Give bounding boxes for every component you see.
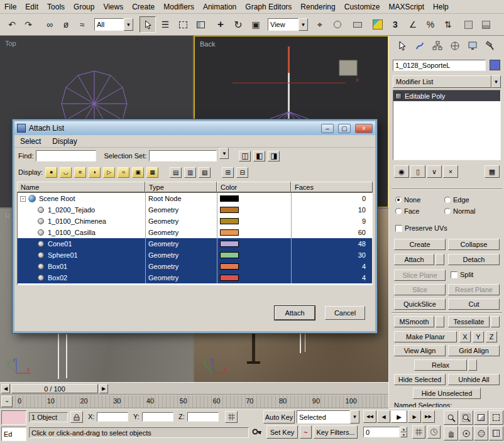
go-to-start-icon[interactable]: ◀◀ xyxy=(363,410,376,423)
undo-icon[interactable]: ↶ xyxy=(4,16,20,33)
menu-maxscript[interactable]: MAXScript xyxy=(384,1,429,13)
menu-group[interactable]: Group xyxy=(69,1,99,13)
find-input[interactable] xyxy=(36,150,96,161)
select-invert-button[interactable]: ◨ xyxy=(268,151,280,161)
y-coordinate-field[interactable] xyxy=(142,412,173,422)
snaps-toggle-icon[interactable] xyxy=(370,16,386,33)
viewport-label[interactable]: R xyxy=(5,212,10,220)
minimize-icon[interactable]: – xyxy=(321,124,334,133)
viewport-label[interactable]: Back xyxy=(200,40,215,48)
tab-display-icon[interactable] xyxy=(464,38,481,53)
chevron-down-icon[interactable]: ▼ xyxy=(219,148,229,159)
dialog-menu-display[interactable]: Display xyxy=(47,136,82,147)
set-key-button[interactable]: Set Key xyxy=(266,425,298,439)
select-and-rotate-icon[interactable]: ↻ xyxy=(230,16,246,33)
menu-help[interactable]: Help xyxy=(429,1,453,13)
current-frame-field[interactable]: 0 xyxy=(363,427,400,437)
view-align-button[interactable]: View Align xyxy=(394,345,446,356)
preserve-uvs-checkbox[interactable]: Preserve UVs xyxy=(395,224,447,232)
menu-graph-editors[interactable]: Graph Editors xyxy=(241,1,296,13)
reset-plane-button[interactable]: Reset Plane xyxy=(448,284,500,295)
tab-hierarchy-icon[interactable] xyxy=(429,38,446,53)
mirror-icon[interactable] xyxy=(460,16,476,33)
table-row-selected[interactable]: Sphere01 Geometry 30 xyxy=(18,249,372,261)
chevron-down-icon[interactable]: ▼ xyxy=(491,75,501,88)
spin-down-icon[interactable]: ▼ xyxy=(400,432,407,438)
pin-stack-icon[interactable]: ◉ xyxy=(394,165,409,178)
chevron-down-icon[interactable]: ▼ xyxy=(299,18,308,31)
spin-up-icon[interactable]: ▲ xyxy=(400,427,407,432)
display-geometry-icon[interactable]: ● xyxy=(45,167,57,178)
planar-z-button[interactable]: Z xyxy=(486,331,497,342)
detach-button[interactable]: Detach xyxy=(448,254,500,265)
make-unique-icon[interactable]: ∨ xyxy=(427,165,442,178)
constraint-edge-radio[interactable]: Edge xyxy=(444,196,469,204)
menu-modifiers[interactable]: Modifiers xyxy=(159,1,199,13)
window-crossing-icon[interactable] xyxy=(192,16,209,33)
reference-coordinate-dropdown[interactable]: View ▼ xyxy=(268,18,308,31)
selection-set-input[interactable] xyxy=(149,150,217,161)
column-color[interactable]: Color xyxy=(217,182,291,192)
menu-file[interactable]: File xyxy=(0,1,21,13)
display-xrefs-icon[interactable]: ▦ xyxy=(146,167,158,178)
relax-button[interactable]: Relax xyxy=(414,359,467,371)
zoom-extents-icon[interactable] xyxy=(474,410,488,425)
attach-button[interactable]: Attach xyxy=(394,254,434,265)
unlink-selection-icon[interactable]: ø xyxy=(58,16,74,33)
zoom-all-icon[interactable] xyxy=(459,410,473,425)
z-coordinate-field[interactable] xyxy=(187,412,219,422)
cancel-button[interactable]: Cancel xyxy=(325,306,365,320)
table-row[interactable]: -Scene Root Root Node 0 xyxy=(18,193,372,204)
display-subtree-icon[interactable]: ⊞ xyxy=(222,167,234,178)
snap-3d-icon[interactable]: 3 xyxy=(387,16,403,33)
attach-list-settings-icon[interactable] xyxy=(436,254,444,265)
dialog-menu-select[interactable]: Select xyxy=(14,136,47,147)
select-none-button[interactable]: ◧ xyxy=(253,151,265,161)
grid-toggle-icon[interactable] xyxy=(225,411,238,423)
default-in-out-tangents-icon[interactable]: ~ xyxy=(300,425,312,439)
tab-utilities-icon[interactable] xyxy=(482,38,498,53)
msmooth-settings-icon[interactable] xyxy=(436,316,444,327)
configure-modifier-sets-icon[interactable]: ▦ xyxy=(485,165,500,178)
attach-confirm-button[interactable]: Attach xyxy=(275,306,315,320)
x-coordinate-field[interactable] xyxy=(97,412,128,422)
select-and-manipulate-icon[interactable] xyxy=(329,16,346,33)
select-by-name-icon[interactable]: ☰ xyxy=(157,16,173,33)
column-name[interactable]: Name xyxy=(17,182,145,192)
tree-expander-icon[interactable]: - xyxy=(20,196,26,202)
frame-forward-icon[interactable]: ▶ xyxy=(99,384,108,393)
display-shapes-icon[interactable]: ◡ xyxy=(60,167,72,178)
display-invert-icon[interactable]: ▧ xyxy=(199,167,211,178)
bind-to-spacewarp-icon[interactable]: ≈ xyxy=(74,16,90,33)
tab-create-icon[interactable] xyxy=(394,38,410,53)
next-frame-icon[interactable]: ▶ xyxy=(408,410,421,423)
menu-create[interactable]: Create xyxy=(128,1,159,13)
create-button[interactable]: Create xyxy=(394,239,446,250)
unhide-all-button[interactable]: Unhide All xyxy=(448,374,500,385)
time-slider-handle[interactable]: 0 / 100 xyxy=(11,384,98,393)
display-all-icon[interactable]: ▤ xyxy=(170,167,182,178)
menu-tools[interactable]: Tools xyxy=(43,1,69,13)
display-groups-icon[interactable]: ▣ xyxy=(132,167,144,178)
menu-customize[interactable]: Customize xyxy=(340,1,385,13)
selection-filter-dropdown[interactable]: All ▼ xyxy=(94,18,133,31)
selection-lock-icon[interactable] xyxy=(70,411,83,423)
split-checkbox[interactable]: Split xyxy=(451,271,473,278)
keyboard-override-icon[interactable] xyxy=(349,16,366,33)
tessellate-button[interactable]: Tessellate xyxy=(448,316,490,327)
table-row-selected[interactable]: Box01 Geometry 4 xyxy=(18,261,372,272)
select-all-button[interactable]: ◫ xyxy=(239,151,251,161)
chevron-down-icon[interactable]: ▼ xyxy=(124,18,133,31)
viewport-label[interactable]: Top xyxy=(5,40,16,47)
chevron-down-icon[interactable]: ▼ xyxy=(350,410,359,424)
slice-plane-button[interactable]: Slice Plane xyxy=(394,270,446,281)
constraint-normal-radio[interactable]: Normal xyxy=(444,207,475,215)
table-row[interactable]: 1_0200_Tejado Geometry 10 xyxy=(18,204,372,216)
menu-views[interactable]: Views xyxy=(99,1,128,13)
relax-settings-icon[interactable] xyxy=(468,359,477,371)
maximize-icon[interactable]: ▢ xyxy=(338,124,351,133)
align-icon[interactable] xyxy=(478,16,494,33)
msmooth-button[interactable]: MSmooth xyxy=(394,316,434,327)
display-influences-icon[interactable]: ⊟ xyxy=(236,167,248,178)
go-to-end-icon[interactable]: ▶▶ xyxy=(422,410,435,423)
